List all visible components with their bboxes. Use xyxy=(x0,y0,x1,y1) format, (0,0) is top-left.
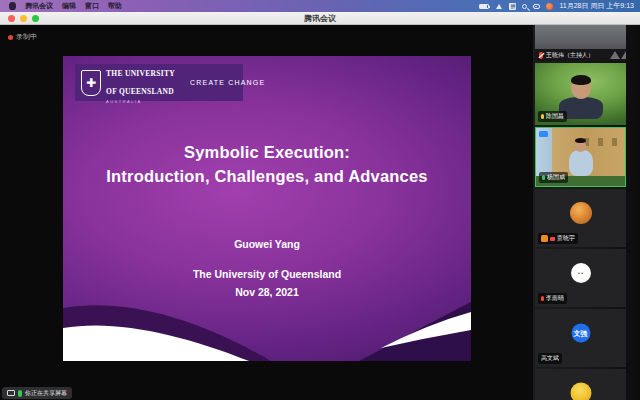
participant-name-chip: 陈国昌 xyxy=(538,111,567,122)
building-window-detail xyxy=(598,138,603,146)
participant-name: 高文斌 xyxy=(541,354,559,363)
participant-name-chip: 李雨晴 xyxy=(538,293,567,304)
recording-indicator: 录制中 xyxy=(8,32,37,42)
participant-avatar xyxy=(570,202,592,224)
participant-video-tile[interactable]: 王晓伟（主持人） xyxy=(535,25,626,61)
participant-video-person xyxy=(568,140,594,176)
shared-screen-stage: 录制中 THE UNIVERSITY OF QUEENSLAND AUSTRAL… xyxy=(0,25,533,400)
slide-author: Guowei Yang xyxy=(63,238,471,250)
window-title: 腾讯会议 xyxy=(0,13,640,24)
uq-logo-tagline: CREATE CHANGE xyxy=(190,79,265,86)
participant-avatar xyxy=(570,382,591,400)
meeting-app-statusbar-icon[interactable] xyxy=(546,3,553,10)
participant-name: 陈国昌 xyxy=(546,112,564,121)
uq-logo-line1: THE UNIVERSITY xyxy=(106,69,175,78)
share-status-label: 你正在共享屏幕 xyxy=(25,389,67,398)
menu-help[interactable]: 帮助 xyxy=(108,1,122,11)
control-center-icon[interactable] xyxy=(533,4,540,9)
participant-name: 李雨晴 xyxy=(546,294,564,303)
apple-menu-icon[interactable] xyxy=(9,2,16,10)
slide-title: Symbolic Execution: Introduction, Challe… xyxy=(63,140,471,188)
mic-active-green-icon xyxy=(542,175,545,180)
mountains-background-detail xyxy=(610,51,626,59)
wifi-icon[interactable] xyxy=(495,3,503,9)
participant-video-tile[interactable]: • • 李雨晴 xyxy=(535,249,626,307)
uq-logo-country: AUSTRALIA xyxy=(106,99,175,104)
mic-muted-icon xyxy=(539,52,543,59)
window-title-bar: 腾讯会议 xyxy=(0,12,640,25)
participant-video-tile-speaking[interactable]: 杨国威 xyxy=(535,127,626,187)
participant-name: 杨国威 xyxy=(547,173,565,182)
participant-video-tile[interactable]: 文强 高文斌 xyxy=(535,309,626,367)
presentation-slide: THE UNIVERSITY OF QUEENSLAND AUSTRALIA C… xyxy=(63,56,471,361)
input-source-icon[interactable]: 拼 xyxy=(509,3,516,10)
recording-dot-icon xyxy=(8,35,13,40)
menu-edit[interactable]: 编辑 xyxy=(62,1,76,11)
participant-name: 王晓伟（主持人） xyxy=(546,51,607,60)
menu-window[interactable]: 窗口 xyxy=(85,1,99,11)
participant-video-tile[interactable]: 陈国昌 xyxy=(535,63,626,125)
monitor-icon xyxy=(7,390,15,396)
slide-date: Nov 28, 2021 xyxy=(63,286,471,298)
screen-share-status-pill[interactable]: 你正在共享屏幕 xyxy=(2,387,72,399)
uq-crest-icon xyxy=(81,70,101,96)
presenter-badge-icon xyxy=(539,131,548,137)
menu-bar-clock[interactable]: 11月28日 周日 上午9:13 xyxy=(559,1,634,11)
participant-name-chip: 贾晓宇 xyxy=(538,233,578,244)
participant-name-banner: 王晓伟（主持人） xyxy=(535,49,626,61)
mic-active-yellow-icon xyxy=(541,114,544,119)
macos-menu-bar: 腾讯会议 编辑 窗口 帮助 拼 11月28日 周日 上午9:13 xyxy=(0,0,640,12)
participant-video-tile[interactable] xyxy=(535,369,626,400)
camera-off-icon xyxy=(550,237,555,241)
participant-name: 贾晓宇 xyxy=(557,234,575,243)
uq-logo-line2: OF QUEENSLAND xyxy=(106,87,174,96)
slide-affiliation: The University of Queensland xyxy=(63,268,471,280)
recording-label: 录制中 xyxy=(16,32,37,42)
participant-avatar: • • xyxy=(571,263,591,283)
menu-app[interactable]: 腾讯会议 xyxy=(25,1,53,11)
screen: 腾讯会议 编辑 窗口 帮助 拼 11月28日 周日 上午9:13 腾讯会议 录制… xyxy=(0,0,640,400)
battery-icon[interactable] xyxy=(479,4,489,9)
spotlight-search-icon[interactable] xyxy=(522,4,527,9)
hand-raised-icon xyxy=(541,235,548,242)
slide-title-line2: Introduction, Challenges, and Advances xyxy=(106,167,427,185)
building-window-detail xyxy=(612,138,617,146)
microphone-level-icon xyxy=(18,390,22,397)
uq-logo-block: THE UNIVERSITY OF QUEENSLAND AUSTRALIA C… xyxy=(75,64,243,101)
participant-name-chip: 杨国威 xyxy=(539,172,568,183)
participant-avatar-initials: 文强 xyxy=(571,324,590,343)
participants-sidebar: 王晓伟（主持人） 陈国昌 xyxy=(533,25,640,400)
slide-title-line1: Symbolic Execution: xyxy=(184,143,350,161)
participant-name-chip: 高文斌 xyxy=(538,353,562,364)
participant-video-tile[interactable]: 贾晓宇 xyxy=(535,189,626,247)
mic-muted-red-icon xyxy=(541,296,544,301)
